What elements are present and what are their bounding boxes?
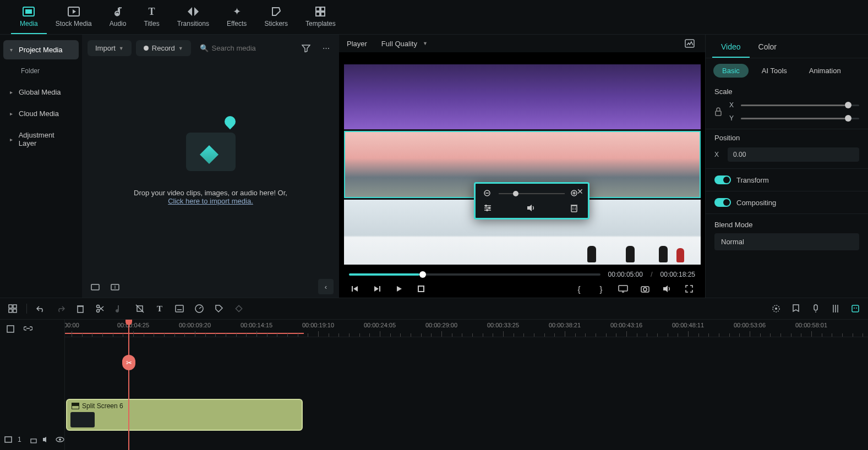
volume-icon[interactable]	[527, 204, 537, 212]
sidebar-item-adjustment-layer[interactable]: ▸ Adjustment Layer	[3, 125, 79, 153]
tab-media-label: Media	[20, 20, 38, 28]
svg-rect-47	[78, 306, 83, 312]
chevron-icon: ▾	[10, 47, 14, 53]
render-icon[interactable]	[770, 303, 782, 315]
redo-icon[interactable]	[54, 303, 67, 315]
tab-audio[interactable]: Audio	[101, 2, 135, 34]
tab-effects[interactable]: ✦ Effects	[218, 2, 255, 34]
audio-sync-icon[interactable]	[114, 303, 126, 315]
collapse-sidebar-icon[interactable]: ‹	[318, 279, 334, 294]
color-tag-icon[interactable]	[213, 303, 225, 315]
tab-stickers[interactable]: Stickers	[255, 2, 297, 34]
timeline-ruler[interactable]: 00:0000:00:04:2500:00:09:2000:00:14:1500…	[65, 320, 868, 337]
fullscreen-icon[interactable]	[683, 283, 695, 295]
snapshot-icon[interactable]	[639, 283, 651, 295]
svg-rect-10	[321, 12, 325, 16]
layout-icon[interactable]	[7, 303, 19, 315]
transform-toggle[interactable]	[714, 175, 731, 184]
adjust-icon[interactable]	[483, 204, 493, 212]
create-folder-icon[interactable]	[88, 279, 103, 294]
split-icon[interactable]	[94, 303, 106, 315]
voiceover-icon[interactable]	[810, 303, 822, 315]
speed-icon[interactable]	[193, 303, 205, 315]
text-icon[interactable]: T	[154, 303, 166, 315]
seek-bar[interactable]	[349, 273, 600, 276]
time-separator: /	[651, 270, 653, 278]
inspector-tab-video[interactable]: Video	[712, 38, 750, 58]
inspector-tab-color[interactable]: Color	[750, 38, 785, 58]
preview-canvas[interactable]: ✕	[344, 64, 701, 265]
import-button[interactable]: Import ▼	[88, 40, 132, 56]
lock-icon[interactable]	[714, 107, 723, 116]
record-button[interactable]: Record ▼	[136, 40, 191, 56]
subtab-ai-tools[interactable]: AI Tools	[753, 64, 796, 78]
marker-icon[interactable]	[790, 303, 802, 315]
svg-rect-55	[176, 305, 183, 312]
mark-out-icon[interactable]: }	[595, 283, 607, 295]
scale-y-slider[interactable]	[741, 118, 859, 119]
timeline-clip[interactable]: Split Screen 6	[66, 399, 303, 431]
tab-media[interactable]: Media	[11, 2, 47, 34]
filter-icon[interactable]	[298, 41, 314, 56]
trash-icon[interactable]	[74, 303, 86, 315]
blend-mode-select[interactable]: Normal	[714, 233, 859, 250]
mixer-icon[interactable]	[829, 303, 842, 315]
delete-icon[interactable]	[570, 204, 580, 212]
svg-rect-59	[236, 305, 242, 311]
next-frame-icon[interactable]	[371, 283, 383, 295]
tab-stickers-label: Stickers	[264, 20, 288, 28]
search-input[interactable]	[212, 44, 290, 52]
stop-icon[interactable]	[415, 283, 427, 295]
ai-icon[interactable]	[849, 303, 861, 315]
track-visible-icon[interactable]	[56, 437, 64, 442]
scissor-cursor-icon[interactable]: ✂	[122, 355, 135, 370]
svg-point-24	[488, 207, 490, 209]
playhead[interactable]: ✂	[128, 320, 129, 450]
split-pane-1[interactable]	[344, 64, 701, 129]
scale-x-slider[interactable]	[741, 105, 859, 106]
tab-stock-media[interactable]: Stock Media	[47, 2, 101, 34]
ruler-label: 00:00:09:20	[179, 322, 211, 328]
new-bin-icon[interactable]	[107, 279, 123, 294]
track-lock-icon[interactable]	[30, 436, 37, 443]
svg-marker-35	[397, 286, 402, 292]
tab-transitions[interactable]: Transitions	[168, 2, 218, 34]
dropzone-link[interactable]: Click here to import media.	[168, 197, 253, 205]
player-volume-icon[interactable]	[661, 283, 673, 295]
keyframe-icon[interactable]	[233, 303, 245, 315]
timeline-snap-icon[interactable]	[4, 323, 17, 335]
sidebar-item-global-media[interactable]: ▸ Global Media	[3, 83, 79, 102]
position-x-value[interactable]: 0.00	[728, 147, 859, 162]
display-icon[interactable]	[617, 283, 629, 295]
close-icon[interactable]: ✕	[577, 187, 583, 196]
subtab-animation[interactable]: Animation	[800, 64, 850, 78]
timeline-link-icon[interactable]	[22, 323, 34, 335]
quality-select[interactable]: Full Quality ▼	[376, 37, 433, 50]
crop-icon[interactable]	[134, 303, 146, 315]
compositing-toggle[interactable]	[714, 198, 731, 207]
sidebar-item-project-media[interactable]: ▾ Project Media	[3, 40, 79, 59]
track-type-icon[interactable]	[4, 436, 12, 443]
svg-rect-72	[31, 439, 36, 443]
position-heading: Position	[714, 134, 859, 142]
svg-rect-45	[9, 309, 12, 312]
snapshot-compare-icon[interactable]	[682, 36, 697, 51]
zoom-out-icon[interactable]	[483, 189, 493, 198]
sidebar-item-cloud-media[interactable]: ▸ Cloud Media	[3, 104, 79, 123]
caret-down-icon: ▼	[178, 46, 183, 51]
sidebar-item-folder[interactable]: Folder	[3, 62, 79, 80]
media-dropzone[interactable]: Drop your video clips, images, or audio …	[82, 62, 339, 276]
more-icon[interactable]: ⋯	[318, 41, 334, 56]
prev-frame-icon[interactable]	[349, 283, 361, 295]
zoom-slider[interactable]	[499, 193, 565, 194]
clip-thumbnail	[70, 412, 95, 427]
tab-templates[interactable]: Templates	[297, 2, 345, 34]
search-input-wrap[interactable]: 🔍	[195, 41, 294, 56]
mark-in-icon[interactable]: {	[573, 283, 585, 295]
play-icon[interactable]	[393, 283, 405, 295]
subtab-basic[interactable]: Basic	[713, 64, 749, 78]
undo-icon[interactable]	[35, 303, 47, 315]
track-mute-icon[interactable]	[42, 436, 50, 443]
tab-titles[interactable]: T Titles	[135, 2, 168, 34]
subtitle-icon[interactable]	[173, 303, 185, 315]
